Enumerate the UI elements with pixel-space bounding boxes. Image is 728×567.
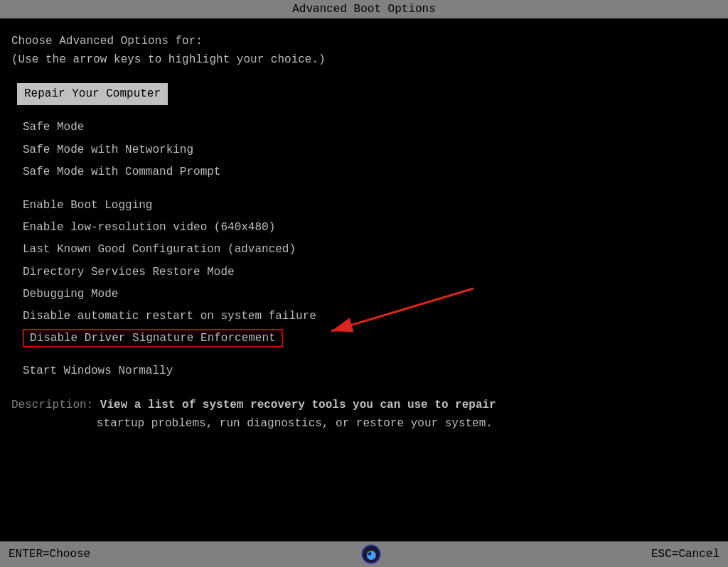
svg-line-1 [331,288,473,331]
safe-mode-group: Safe Mode Safe Mode with Networking Safe… [17,117,717,183]
description-block: Description: View a list of system recov… [11,396,717,433]
list-item[interactable]: Start Windows Normally [17,360,717,382]
main-content: Choose Advanced Options for: (Use the ar… [0,18,728,541]
intro-line1: Choose Advanced Options for: [11,33,717,51]
title-bar: Advanced Boot Options [0,0,728,18]
repair-computer-item[interactable]: Repair Your Computer [17,83,717,105]
title-text: Advanced Boot Options [292,3,436,16]
disable-driver-signature-item[interactable]: Disable Driver Signature Enforcement [17,328,289,349]
description-label: Description: [11,399,100,411]
list-item[interactable]: Safe Mode with Networking [17,139,717,161]
list-item[interactable]: Safe Mode with Command Prompt [17,161,717,183]
enter-choose-label: ENTER=Choose [9,548,90,561]
esc-cancel-label: ESC=Cancel [651,548,719,561]
boxed-label[interactable]: Disable Driver Signature Enforcement [23,329,283,347]
status-bar-center: ◕ [361,544,381,564]
description-text-line2: startup problems, run diagnostics, or re… [97,415,717,433]
intro-text: Choose Advanced Options for: (Use the ar… [11,33,717,69]
advanced-group: Enable Boot Logging Enable low-resolutio… [17,195,717,349]
list-item[interactable]: Last Known Good Configuration (advanced) [17,239,717,261]
screen: Advanced Boot Options Choose Advanced Op… [0,0,728,567]
arrow-annotation-icon [289,285,488,342]
list-item[interactable]: Safe Mode [17,117,717,139]
svg-text:◕: ◕ [366,549,376,561]
logo-icon: ◕ [361,544,381,564]
status-bar: ENTER=Choose ◕ ESC=Cancel [0,541,728,567]
list-item[interactable]: Enable low-resolution video (640x480) [17,217,717,239]
description-text: View a list of system recovery tools you… [100,399,496,411]
list-item[interactable]: Enable Boot Logging [17,195,717,217]
repair-computer-label[interactable]: Repair Your Computer [17,83,168,105]
start-normally-group: Start Windows Normally [17,360,717,382]
list-item[interactable]: Directory Services Restore Mode [17,261,717,284]
intro-line2: (Use the arrow keys to highlight your ch… [11,51,717,70]
